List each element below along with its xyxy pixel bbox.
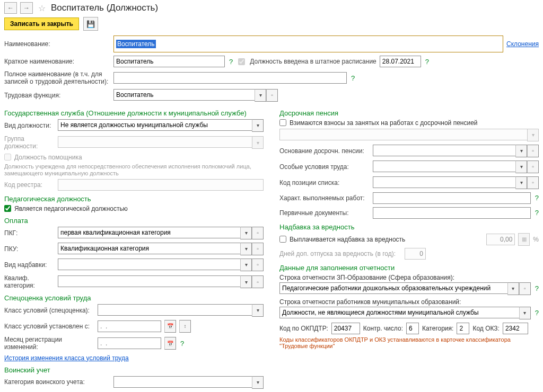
pku-input[interactable] (58, 243, 240, 254)
dropdown-button[interactable]: ▾ (252, 376, 264, 389)
work-char-input[interactable] (373, 192, 531, 204)
dropdown-button[interactable]: ▾ (240, 275, 252, 288)
month-reg-input[interactable] (98, 337, 161, 349)
registry-code-input (58, 179, 264, 191)
pension-contrib-label: Взимаются взносы за занятых на работах с… (290, 119, 478, 127)
dropdown-button[interactable]: ▾ (240, 227, 252, 239)
ped-section-title: Педагогическая должность (4, 195, 264, 203)
help-icon[interactable]: ? (535, 209, 539, 217)
allowance-type-input[interactable] (58, 259, 240, 270)
help-icon[interactable]: ? (229, 58, 233, 66)
qualif-cat-input[interactable] (58, 275, 240, 287)
assistant-hint: Должность учреждена для непосредственног… (4, 163, 264, 177)
calendar-icon[interactable]: 📅 (164, 337, 176, 350)
mil-cat-label: Категория воинского учета: (4, 378, 110, 386)
assess-section-title: Спецоценка условий труда (4, 294, 264, 302)
dropdown-button: ▾ (252, 136, 264, 149)
name-input[interactable]: Воспитатель (113, 35, 503, 52)
open-dialog-button[interactable]: ▫ (527, 161, 539, 173)
dropdown-button[interactable]: ▾ (515, 145, 527, 157)
control-label: Контр. число: (363, 325, 403, 332)
open-dialog-button[interactable]: ▫ (527, 176, 539, 189)
class-since-input[interactable] (98, 320, 161, 332)
favorite-star-icon[interactable]: ☆ (38, 3, 46, 13)
dropdown-button[interactable]: ▾ (252, 304, 264, 317)
pkg-input[interactable] (58, 227, 240, 238)
hazard-paid-checkbox[interactable] (279, 236, 286, 243)
municipal-row-label: Строка отчетности работников муниципальн… (279, 298, 539, 306)
full-name-label: Полное наименование (в т.ч. для записей … (4, 70, 110, 86)
in-schedule-checkbox (238, 58, 245, 65)
dropdown-button[interactable]: ▾ (240, 259, 252, 271)
mil-section-title: Воинский учет (4, 366, 264, 374)
open-dialog-button[interactable]: ▫ (527, 145, 539, 157)
zp-row-label: Строка отчетности ЗП-Образование (Сфера … (279, 274, 539, 281)
zp-row-input[interactable] (279, 282, 507, 294)
declensions-link[interactable]: Склонения (506, 40, 539, 48)
in-schedule-label: Должность введена в штатное расписание (250, 58, 376, 65)
history-icon[interactable]: ↕ (179, 320, 191, 333)
help-icon[interactable]: ? (535, 309, 539, 317)
is-ped-checkbox[interactable] (4, 205, 11, 212)
work-char-label: Характ. выполняемых работ: (279, 194, 370, 202)
okz-label: Код ОКЗ: (472, 325, 500, 332)
special-cond-input[interactable] (373, 161, 515, 172)
position-group-input (58, 136, 252, 148)
open-dialog-button[interactable]: ▫ (252, 259, 264, 271)
dropdown-button[interactable]: ▾ (240, 243, 252, 255)
help-icon[interactable]: ? (180, 340, 184, 348)
labor-func-input[interactable] (113, 89, 255, 101)
in-schedule-date[interactable] (380, 56, 421, 67)
short-name-input[interactable] (113, 56, 225, 67)
open-dialog-button[interactable]: ▫ (519, 282, 531, 295)
report-section-title: Данные для заполнения отчетности (279, 264, 539, 272)
class-input[interactable] (98, 304, 252, 316)
okpdtr-input[interactable] (331, 323, 360, 334)
dropdown-button[interactable]: ▾ (255, 89, 266, 102)
position-group-label: Группа должности: (4, 135, 55, 150)
extra-leave-label: Дней доп. отпуска за вредность (в год): (279, 250, 401, 257)
okz-input[interactable] (503, 323, 528, 334)
month-reg-label: Месяц регистрации изменений: (4, 336, 94, 351)
gov-section-title: Государственная служба (Отношение должно… (4, 109, 264, 117)
control-input[interactable] (406, 323, 419, 334)
special-cond-label: Особые условия труда: (279, 163, 370, 171)
municipal-row-input[interactable] (279, 307, 519, 318)
nav-back-button[interactable]: ← (4, 2, 17, 14)
mil-cat-input[interactable] (113, 376, 252, 388)
assistant-checkbox (4, 154, 11, 161)
primary-docs-input[interactable] (373, 207, 531, 219)
calendar-icon[interactable]: 📅 (164, 320, 176, 333)
help-icon[interactable]: ? (351, 74, 355, 82)
open-dialog-button[interactable]: ▫ (252, 243, 264, 255)
pay-section-title: Оплата (4, 217, 264, 225)
open-dialog-button[interactable]: ▫ (252, 227, 264, 239)
category-input[interactable] (457, 323, 469, 334)
pension-basis-input[interactable] (373, 145, 515, 156)
dropdown-button[interactable]: ▾ (515, 176, 527, 189)
class-history-link[interactable]: История изменения класса условий труда (4, 354, 129, 362)
qualif-cat-label: Квалиф. категория: (4, 274, 55, 290)
list-pos-input[interactable] (373, 176, 515, 188)
open-dialog-button[interactable]: ▫ (266, 89, 278, 102)
pension-contrib-checkbox[interactable] (279, 119, 286, 126)
dropdown-button[interactable]: ▾ (515, 161, 527, 173)
dropdown-button[interactable]: ▾ (507, 282, 519, 295)
open-dialog-button[interactable]: ▫ (252, 275, 264, 288)
save-and-close-button[interactable]: Записать и закрыть (4, 17, 79, 30)
save-button[interactable]: 💾 (83, 17, 98, 31)
help-icon[interactable]: ? (535, 194, 539, 202)
position-type-input[interactable] (58, 119, 252, 131)
dropdown-button[interactable]: ▾ (519, 307, 531, 319)
help-icon[interactable]: ? (535, 284, 539, 292)
pension-basis-label: Основание досрочн. пенсии: (279, 147, 370, 155)
dropdown-button[interactable]: ▾ (252, 119, 264, 132)
is-ped-label: Является педагогической должностью (14, 205, 128, 212)
help-icon[interactable]: ? (425, 58, 429, 66)
pku-label: ПКУ: (4, 245, 55, 253)
category-label: Категория: (422, 325, 453, 332)
nav-forward-button[interactable]: → (20, 2, 33, 14)
registry-code-label: Код реестра: (4, 181, 55, 189)
full-name-input[interactable] (113, 72, 347, 84)
pension-tariff-input (279, 129, 527, 140)
